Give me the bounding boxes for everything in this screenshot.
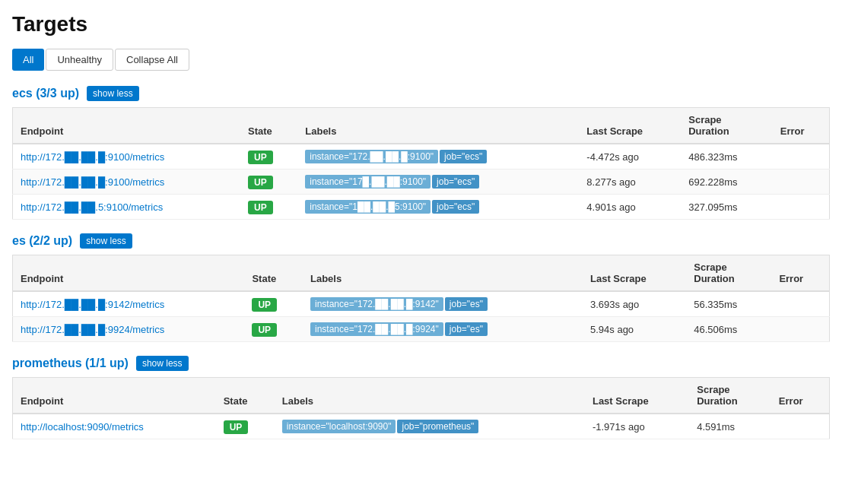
label-tag-ecs-0-0: instance="172.██.██.█:9100" — [305, 150, 438, 163]
state-cell-es-1: UP — [244, 317, 303, 342]
scrape-duration-cell-es-0: 56.335ms — [686, 291, 771, 317]
scrape-duration-cell-ecs-1: 692.228ms — [681, 170, 772, 195]
th-es-2: Labels — [303, 255, 583, 292]
last-scrape-cell-ecs-2: 4.901s ago — [579, 195, 681, 220]
th-es-0: Endpoint — [13, 255, 245, 292]
label-tag-es-1-1: job="es" — [445, 322, 488, 336]
label-tag-prometheus-0-1: job="prometheus" — [397, 420, 478, 433]
error-cell-prometheus-0 — [771, 414, 830, 439]
unhealthy-button[interactable]: Unhealthy — [46, 49, 113, 71]
label-tag-es-1-0: instance="172.██.██.█:9924" — [310, 322, 443, 336]
labels-cell-ecs-2: instance="1██.██.█5:9100"job="ecs" — [297, 195, 579, 220]
th-prometheus-3: Last Scrape — [585, 378, 689, 414]
labels-cell-ecs-0: instance="172.██.██.█:9100"job="ecs" — [297, 144, 579, 170]
labels-cell-es-1: instance="172.██.██.█:9924"job="es" — [303, 317, 583, 342]
th-es-5: Error — [771, 255, 829, 292]
show-less-button-es[interactable]: show less — [80, 233, 132, 249]
scrape-duration-cell-ecs-2: 327.095ms — [681, 195, 772, 220]
state-badge-es-0: UP — [252, 298, 277, 312]
page-title: Targets — [12, 12, 830, 36]
table-prometheus: EndpointStateLabelsLast ScrapeScrapeDura… — [12, 377, 830, 439]
table-row: http://172.██.██.█:9100/metricsUPinstanc… — [13, 144, 830, 170]
state-cell-ecs-2: UP — [240, 195, 297, 220]
th-prometheus-2: Labels — [275, 378, 585, 414]
endpoint-link-es-0[interactable]: http://172.██.██.█:9142/metrics — [21, 299, 164, 310]
th-ecs-2: Labels — [297, 108, 579, 144]
all-button[interactable]: All — [12, 49, 44, 71]
endpoint-cell-es-1: http://172.██.██.█:9924/metrics — [13, 317, 245, 342]
label-tag-ecs-1-1: job="ecs" — [432, 175, 479, 189]
collapse-all-button[interactable]: Collapse All — [115, 49, 189, 71]
section-header-es: es (2/2 up)show less — [12, 233, 830, 249]
th-es-4: ScrapeDuration — [686, 255, 771, 292]
table-es: EndpointStateLabelsLast ScrapeScrapeDura… — [12, 255, 830, 342]
state-cell-ecs-0: UP — [240, 144, 297, 170]
table-row: http://172.██.██.█:9100/metricsUPinstanc… — [13, 170, 830, 195]
labels-cell-prometheus-0: instance="localhost:9090"job="prometheus… — [275, 414, 585, 439]
table-row: http://localhost:9090/metricsUPinstance=… — [13, 414, 830, 439]
error-cell-es-1 — [771, 317, 829, 342]
scrape-duration-cell-ecs-0: 486.323ms — [681, 144, 772, 170]
state-badge-ecs-0: UP — [248, 151, 273, 164]
endpoint-link-prometheus-0[interactable]: http://localhost:9090/metrics — [21, 421, 144, 433]
th-ecs-0: Endpoint — [13, 108, 241, 144]
section-header-ecs: ecs (3/3 up)show less — [12, 86, 830, 101]
endpoint-link-ecs-0[interactable]: http://172.██.██.█:9100/metrics — [21, 151, 164, 163]
last-scrape-cell-es-1: 5.94s ago — [583, 317, 686, 342]
section-title-es: es (2/2 up) — [12, 234, 72, 248]
state-badge-ecs-2: UP — [248, 201, 273, 214]
endpoint-cell-ecs-2: http://172.██.██.5:9100/metrics — [13, 195, 241, 220]
table-ecs: EndpointStateLabelsLast ScrapeScrapeDura… — [12, 107, 830, 220]
last-scrape-cell-prometheus-0: -1.971s ago — [585, 414, 689, 439]
table-row: http://172.██.██.█:9924/metricsUPinstanc… — [13, 317, 830, 342]
error-cell-ecs-1 — [773, 170, 830, 195]
state-badge-prometheus-0: UP — [224, 420, 249, 434]
error-cell-es-0 — [771, 291, 829, 317]
endpoint-cell-ecs-0: http://172.██.██.█:9100/metrics — [13, 144, 241, 170]
error-cell-ecs-0 — [773, 144, 830, 170]
label-tag-ecs-2-1: job="ecs" — [432, 200, 479, 214]
th-es-3: Last Scrape — [583, 255, 686, 292]
last-scrape-cell-es-0: 3.693s ago — [583, 291, 686, 317]
section-title-ecs: ecs (3/3 up) — [12, 87, 79, 100]
label-tag-prometheus-0-0: instance="localhost:9090" — [282, 420, 396, 433]
state-cell-ecs-1: UP — [240, 170, 297, 195]
th-ecs-3: Last Scrape — [579, 108, 681, 144]
th-prometheus-0: Endpoint — [13, 378, 216, 414]
label-tag-ecs-2-0: instance="1██.██.█5:9100" — [305, 200, 431, 214]
sections-container: ecs (3/3 up)show lessEndpointStateLabels… — [12, 86, 830, 439]
error-cell-ecs-2 — [773, 195, 830, 220]
endpoint-link-ecs-2[interactable]: http://172.██.██.5:9100/metrics — [21, 201, 163, 213]
th-es-1: State — [244, 255, 303, 292]
endpoint-cell-es-0: http://172.██.██.█:9142/metrics — [13, 291, 245, 317]
labels-cell-es-0: instance="172.██.██.█:9142"job="es" — [303, 291, 583, 317]
th-ecs-5: Error — [773, 108, 830, 144]
show-less-button-ecs[interactable]: show less — [87, 86, 139, 101]
endpoint-link-ecs-1[interactable]: http://172.██.██.█:9100/metrics — [21, 176, 164, 188]
table-row: http://172.██.██.█:9142/metricsUPinstanc… — [13, 291, 830, 317]
table-row: http://172.██.██.5:9100/metricsUPinstanc… — [13, 195, 830, 220]
scrape-duration-cell-es-1: 46.506ms — [686, 317, 771, 342]
last-scrape-cell-ecs-1: 8.277s ago — [579, 170, 681, 195]
th-prometheus-1: State — [216, 378, 275, 414]
section-header-prometheus: prometheus (1/1 up)show less — [12, 356, 830, 371]
state-cell-es-0: UP — [244, 291, 303, 317]
state-badge-ecs-1: UP — [248, 176, 273, 189]
th-ecs-1: State — [240, 108, 297, 144]
state-cell-prometheus-0: UP — [216, 414, 275, 439]
endpoint-cell-ecs-1: http://172.██.██.█:9100/metrics — [13, 170, 241, 195]
show-less-button-prometheus[interactable]: show less — [136, 356, 189, 371]
section-title-prometheus: prometheus (1/1 up) — [12, 357, 129, 370]
label-tag-es-0-1: job="es" — [445, 297, 488, 311]
label-tag-ecs-0-1: job="ecs" — [440, 150, 487, 163]
endpoint-link-es-1[interactable]: http://172.██.██.█:9924/metrics — [21, 324, 164, 335]
scrape-duration-cell-prometheus-0: 4.591ms — [689, 414, 771, 439]
state-badge-es-1: UP — [252, 323, 277, 337]
filter-buttons: All Unhealthy Collapse All — [12, 49, 830, 71]
endpoint-cell-prometheus-0: http://localhost:9090/metrics — [13, 414, 216, 439]
label-tag-es-0-0: instance="172.██.██.█:9142" — [310, 297, 443, 311]
th-prometheus-4: ScrapeDuration — [689, 378, 771, 414]
th-prometheus-5: Error — [771, 378, 830, 414]
last-scrape-cell-ecs-0: -4.472s ago — [579, 144, 681, 170]
label-tag-ecs-1-0: instance="17█.██.██:9100" — [305, 175, 431, 189]
